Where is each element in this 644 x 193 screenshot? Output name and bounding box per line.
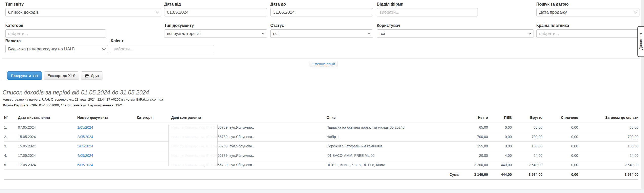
row-total: 155,00 bbox=[578, 142, 638, 151]
date-from-input[interactable] bbox=[164, 8, 267, 16]
user-field: Користувач всі bbox=[377, 23, 534, 38]
row-date: 07.05.2024 bbox=[18, 123, 77, 132]
report-page: Тип звіту Список доходів Дата від Дата д… bbox=[0, 0, 644, 193]
table-row: 4. 17.05.2024 4/05/2024 Наталія Ковальсь… bbox=[4, 151, 638, 160]
row-description: Сережки з натуральним камінням bbox=[327, 142, 459, 151]
date-from-field: Дата від bbox=[164, 2, 267, 16]
filters-panel-edge bbox=[1, 0, 1, 81]
date-from-label: Дата від bbox=[164, 2, 267, 7]
row-num: 5. bbox=[4, 160, 18, 170]
sum-gross: 3 584,00 bbox=[512, 170, 542, 180]
redaction-overlay bbox=[168, 125, 218, 166]
search-by-date-field: Пошук за датою Дата продажу bbox=[536, 2, 639, 16]
row-vat: 0,00 bbox=[488, 132, 512, 142]
status-select[interactable]: всі bbox=[270, 29, 373, 38]
footer-bar bbox=[0, 189, 644, 193]
sum-net: 3 140,00 bbox=[459, 170, 488, 180]
sum-label: Сума bbox=[327, 170, 459, 180]
report-type-field: Тип звіту Список доходів bbox=[5, 2, 161, 16]
col-gross: Брутто bbox=[512, 114, 542, 123]
row-vat: 0,00 bbox=[488, 123, 512, 132]
row-vat: 4,00 bbox=[488, 151, 512, 160]
document-link[interactable]: 3/05/2024 bbox=[77, 144, 93, 148]
payer-country-field: Країна платника bbox=[536, 23, 639, 38]
company-details: , ЄДРПОУ 0001000, 14933 Львів вул. Першо… bbox=[28, 103, 122, 107]
date-to-input[interactable] bbox=[270, 8, 373, 16]
payer-country-label: Країна платника bbox=[536, 23, 639, 28]
col-total: Загалом до сплати bbox=[578, 114, 638, 123]
row-gross: 155,00 bbox=[512, 142, 542, 151]
income-table: N° Дата виставлення Номер документа Кате… bbox=[4, 114, 638, 180]
row-paid: 0,00 bbox=[542, 160, 578, 170]
less-options-button[interactable]: ↑ менше опцій bbox=[310, 61, 337, 67]
currency-label: Валюта bbox=[5, 39, 108, 43]
status-value: всі bbox=[273, 31, 278, 36]
status-field: Статус всі bbox=[270, 23, 373, 38]
row-category bbox=[137, 142, 171, 151]
print-label: Друк bbox=[91, 73, 99, 78]
row-vat: 0,00 bbox=[488, 142, 512, 151]
document-link[interactable]: 1/05/2024 bbox=[77, 125, 93, 129]
row-num: 1. bbox=[4, 123, 18, 132]
row-category bbox=[137, 123, 171, 132]
table-row: 5. 17.05.2024 5/05/2024 Наталія Ковальсь… bbox=[4, 160, 638, 170]
print-button[interactable]: Друк bbox=[81, 71, 103, 80]
chevron-down-icon bbox=[102, 47, 106, 50]
payer-country-input[interactable] bbox=[536, 29, 639, 38]
document-type-select[interactable]: всі бухгалтерські bbox=[164, 29, 267, 38]
search-by-date-value: Дата продажу bbox=[539, 10, 567, 15]
printer-icon bbox=[85, 74, 89, 78]
row-num: 3. bbox=[4, 142, 18, 151]
row-net: 20,00 bbox=[459, 151, 488, 160]
row-total: 2 640,00 bbox=[578, 160, 638, 170]
row-date: 15.05.2024 bbox=[18, 142, 77, 151]
table-row: 2. 15.05.2024 2/05/2024 Наталія Ковальсь… bbox=[4, 132, 638, 142]
document-link[interactable]: 5/05/2024 bbox=[77, 163, 93, 167]
client-input[interactable] bbox=[111, 45, 214, 53]
help-tab[interactable]: Допомога bbox=[637, 26, 644, 57]
categories-input[interactable] bbox=[5, 29, 106, 38]
report-type-label: Тип звіту bbox=[5, 2, 161, 7]
row-gross: 65,00 bbox=[512, 123, 542, 132]
row-description: .01 BACO' AMM. FREE ML 60 bbox=[327, 151, 459, 160]
row-paid: 0,00 bbox=[542, 142, 578, 151]
row-net: 65,00 bbox=[459, 123, 488, 132]
col-contractor: Дані контрагента bbox=[171, 114, 327, 123]
row-date: 17.05.2024 bbox=[18, 151, 77, 160]
filters-divider bbox=[2, 58, 640, 59]
user-select[interactable]: всі bbox=[377, 29, 534, 38]
table-row: 1. 07.05.2024 1/05/2024 Наталія Ковальсь… bbox=[4, 123, 638, 132]
row-description: ВН10 в, Книга, Книга, ВН11 в, Книга bbox=[327, 160, 459, 170]
row-vat: 440,00 bbox=[488, 160, 512, 170]
help-tab-label: Допомога bbox=[639, 33, 643, 50]
report-type-value: Список доходів bbox=[8, 10, 39, 15]
chevron-down-icon bbox=[261, 31, 265, 35]
table-row: 3. 15.05.2024 3/05/2024 Наталія Ковальсь… bbox=[4, 142, 638, 151]
document-type-value: всі бухгалтерські bbox=[167, 31, 200, 36]
client-field: Клієнт bbox=[111, 39, 214, 53]
row-paid: 0,00 bbox=[542, 123, 578, 132]
row-description: Набір-1 bbox=[327, 132, 459, 142]
less-options-label: менше опцій bbox=[315, 62, 335, 66]
export-xls-button[interactable]: Експорт до XLS bbox=[44, 71, 79, 80]
department-input[interactable] bbox=[377, 8, 478, 16]
search-by-date-select[interactable]: Дата продажу bbox=[536, 8, 639, 16]
client-label: Клієнт bbox=[111, 39, 214, 43]
document-type-field: Тип документу всі бухгалтерські bbox=[164, 23, 267, 38]
row-date: 17.05.2024 bbox=[18, 160, 77, 170]
document-type-label: Тип документу bbox=[164, 23, 267, 28]
generate-report-button[interactable]: Генерувати звіт bbox=[7, 71, 42, 80]
row-net: 700,00 bbox=[459, 132, 488, 142]
row-num: 4. bbox=[4, 151, 18, 160]
up-arrow-icon: ↑ bbox=[312, 62, 314, 66]
document-link[interactable]: 4/05/2024 bbox=[77, 153, 93, 158]
row-net: 155,00 bbox=[459, 142, 488, 151]
row-paid: 0,00 bbox=[542, 151, 578, 160]
department-label: Відділ фірми bbox=[377, 2, 478, 7]
sum-vat: 444,00 bbox=[488, 170, 512, 180]
company-name: Фірма Перша X bbox=[3, 103, 28, 107]
document-link[interactable]: 2/05/2024 bbox=[77, 135, 93, 139]
currency-select[interactable]: Будь-яка (в перерахунку на UAH) bbox=[5, 45, 108, 53]
report-type-select[interactable]: Список доходів bbox=[5, 8, 161, 16]
row-gross: 2 640,00 bbox=[512, 160, 542, 170]
